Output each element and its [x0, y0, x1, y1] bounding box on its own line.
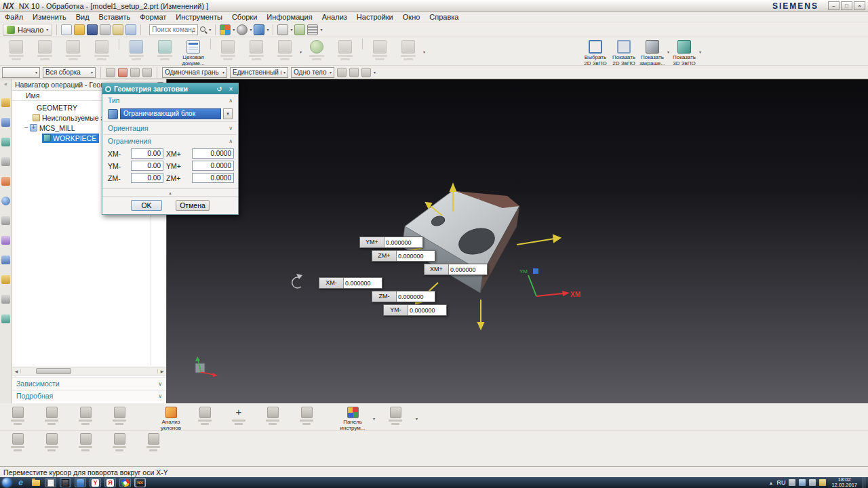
- menu-help[interactable]: Справка: [425, 12, 463, 22]
- bottom-toolbar-button[interactable]: [293, 407, 320, 425]
- selection-filter-combo[interactable]: ▾: [2, 67, 40, 78]
- ribbon-button[interactable]: [31, 39, 58, 60]
- show-desktop-button[interactable]: [863, 477, 866, 488]
- ribbon-button[interactable]: [88, 39, 115, 60]
- undo-icon[interactable]: [113, 24, 123, 35]
- menu-window[interactable]: Окно: [398, 12, 425, 22]
- offset-handle-xm-plus[interactable]: XM+: [424, 264, 488, 275]
- taskbar-yandex-browser-app[interactable]: Я: [104, 478, 116, 487]
- ribbon-button[interactable]: [332, 39, 359, 60]
- handle-value-input[interactable]: [396, 291, 435, 302]
- taskbar-clock[interactable]: 18:02 12.03.2017: [829, 477, 859, 488]
- menu-information[interactable]: Информация: [262, 12, 317, 22]
- scroll-right-icon[interactable]: ▶: [157, 369, 166, 373]
- volume-tray-icon[interactable]: [809, 479, 816, 486]
- magnet-icon[interactable]: [361, 68, 371, 77]
- type-combo-caret[interactable]: ▼: [223, 108, 233, 119]
- action-center-tray-icon[interactable]: [819, 479, 826, 486]
- dropdown-caret-icon[interactable]: ▾: [416, 416, 418, 422]
- layer-settings-icon[interactable]: [294, 24, 305, 35]
- bottom-toolbar-button[interactable]: [72, 433, 99, 451]
- zm-plus-field[interactable]: [192, 173, 234, 183]
- graphics-viewport[interactable]: XM YM YM+ ZM+ XM+: [167, 79, 868, 403]
- bottom-toolbar-button[interactable]: [106, 433, 133, 451]
- assembly-navigator-tab[interactable]: [1, 98, 10, 107]
- scrollbar-thumb[interactable]: [36, 368, 71, 374]
- dropdown-caret-icon[interactable]: ▾: [423, 49, 425, 55]
- dialog-titlebar[interactable]: Геометрия заготовки ↺ ×: [102, 83, 238, 94]
- point-button[interactable]: +: [225, 407, 252, 425]
- command-search-input[interactable]: [149, 24, 198, 35]
- menu-preferences[interactable]: Настройки: [352, 12, 398, 22]
- scroll-left-icon[interactable]: ◀: [12, 369, 21, 373]
- dropdown-caret-icon[interactable]: ▾: [300, 49, 302, 55]
- offset-handle-ym-plus[interactable]: YM+: [359, 237, 423, 248]
- ribbon-button[interactable]: [303, 39, 330, 60]
- bottom-toolbar-button[interactable]: [72, 407, 99, 425]
- new-file-icon[interactable]: [61, 24, 72, 35]
- windows-start-button[interactable]: [2, 478, 12, 487]
- taskbar-ie-icon[interactable]: e: [15, 478, 26, 487]
- dropdown-caret-icon[interactable]: ▾: [250, 27, 252, 33]
- handle-value-input[interactable]: [343, 278, 382, 288]
- taskbar-yandex-app[interactable]: Y: [90, 478, 101, 487]
- menu-tools[interactable]: Инструменты: [171, 12, 227, 22]
- selection-scope-combo[interactable]: Вся сборка▾: [43, 67, 96, 78]
- dialog-collapse-strip[interactable]: ▴: [102, 188, 238, 197]
- bottom-toolbar-button[interactable]: [4, 433, 31, 451]
- body-rule-combo[interactable]: Одно тело▾: [291, 67, 334, 78]
- process-studio-tab[interactable]: [1, 256, 10, 264]
- dropdown-caret-icon[interactable]: ▾: [233, 27, 235, 33]
- menu-file[interactable]: Файл: [0, 12, 28, 22]
- network-tray-icon[interactable]: [799, 479, 806, 486]
- window-layout-icon[interactable]: [277, 24, 288, 35]
- intersect-icon[interactable]: [349, 68, 359, 77]
- minimize-button[interactable]: –: [828, 1, 840, 10]
- dropdown-caret-icon[interactable]: ▾: [374, 70, 376, 75]
- dropdown-caret-icon[interactable]: ▾: [267, 27, 269, 33]
- bottom-toolbar-button[interactable]: [4, 407, 31, 425]
- xm-minus-field[interactable]: [131, 148, 163, 159]
- type-combo[interactable]: Ограничивающий блок: [120, 108, 221, 119]
- ym-minus-field[interactable]: [131, 161, 163, 171]
- part-navigator-tab[interactable]: [1, 138, 10, 146]
- bottom-toolbar-button[interactable]: [38, 407, 65, 425]
- taskbar-document-app[interactable]: [45, 478, 56, 487]
- dialog-reset-icon[interactable]: ↺: [215, 85, 224, 94]
- curve-rule-combo[interactable]: Единственный кри▾: [230, 67, 288, 78]
- show-hide-icon[interactable]: [307, 24, 318, 35]
- offset-handle-xm-minus[interactable]: XM-: [319, 277, 382, 289]
- ribbon-button[interactable]: [123, 39, 150, 60]
- bottom-toolbar-button[interactable]: [259, 407, 286, 425]
- shop-documentation-button[interactable]: Цеховая докуме...: [180, 39, 207, 66]
- history-tab[interactable]: [1, 216, 10, 225]
- menu-assemblies[interactable]: Сборки: [227, 12, 262, 22]
- highlight-icon[interactable]: [118, 68, 127, 77]
- system-scenes-tab[interactable]: [1, 314, 10, 323]
- zm-minus-field[interactable]: [131, 173, 163, 183]
- ribbon-button[interactable]: [271, 39, 298, 60]
- collapse-strip-icon[interactable]: «: [4, 82, 7, 87]
- constraint-navigator-tab[interactable]: [1, 118, 10, 127]
- ribbon-button[interactable]: [366, 39, 393, 60]
- save-icon[interactable]: [87, 24, 98, 35]
- select-mode-icon[interactable]: [130, 68, 140, 77]
- menu-insert[interactable]: Вставить: [94, 12, 136, 22]
- internet-browser-tab[interactable]: [1, 197, 10, 205]
- taskbar-browser-ball-app[interactable]: [119, 478, 131, 487]
- restore-button[interactable]: □: [841, 1, 852, 10]
- offset-handle-zm-minus[interactable]: ZM-: [372, 291, 435, 302]
- xm-plus-field[interactable]: [192, 148, 234, 159]
- section-orientation[interactable]: Ориентация ∨: [102, 122, 238, 134]
- ribbon-button[interactable]: [214, 39, 241, 60]
- handle-value-input[interactable]: [448, 264, 487, 274]
- hidden-icons-chevron[interactable]: ▲: [769, 481, 774, 485]
- dropdown-caret-icon[interactable]: ▾: [667, 49, 669, 55]
- horizontal-scrollbar[interactable]: ◀ ▶: [12, 367, 166, 375]
- section-limits[interactable]: Ограничения ∧: [102, 135, 238, 147]
- reuse-library-tab[interactable]: [1, 275, 10, 284]
- tool-panel-button[interactable]: Панель инструм...: [339, 407, 366, 431]
- offset-handle-zm-plus[interactable]: ZM+: [372, 250, 435, 262]
- menu-edit[interactable]: Изменить: [28, 12, 71, 22]
- offset-handle-ym-minus[interactable]: YM-: [383, 304, 447, 316]
